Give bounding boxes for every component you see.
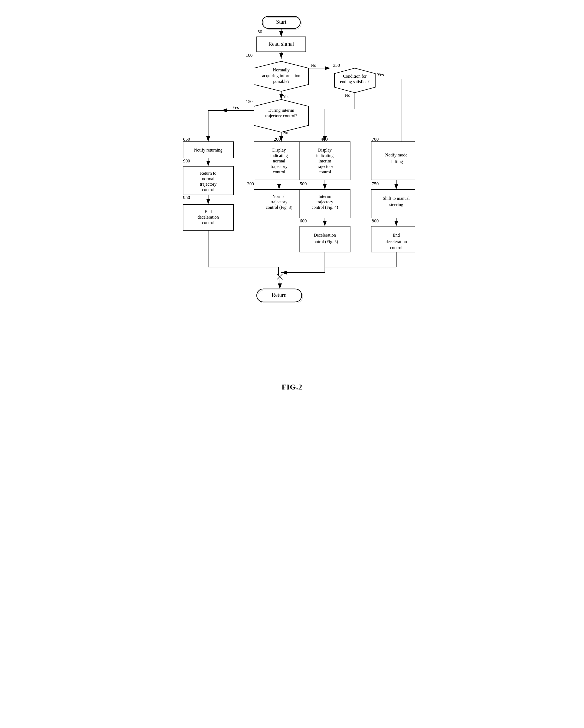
decel-control-label1: Deceleration — [314, 233, 336, 237]
step-800: 800 — [372, 218, 379, 224]
interim-traj-label3: control (Fig. 4) — [312, 205, 338, 210]
display-normal-label2: indicating — [270, 153, 288, 158]
display-normal-label1: Display — [272, 148, 286, 153]
flowchart: Start 50 Read signal 100 Normally acquir… — [169, 5, 415, 377]
no-label-3: No — [345, 93, 350, 98]
display-normal-label3: normal — [273, 159, 285, 163]
decel-control-label2: control (Fig. 5) — [312, 239, 338, 244]
step-700: 700 — [372, 136, 379, 142]
return-normal-label2: normal — [202, 176, 214, 181]
display-interim-label1: Display — [318, 148, 331, 153]
step-300: 300 — [247, 181, 254, 186]
end-decel-950-label1: End — [205, 209, 212, 214]
no-label-1: No — [311, 63, 316, 68]
shift-manual-label1: Shift to manual — [382, 196, 409, 201]
display-interim-label3: interim — [318, 159, 331, 163]
step-750: 750 — [372, 181, 379, 186]
step-350: 350 — [333, 63, 340, 68]
notify-returning-label: Notify returning — [194, 148, 222, 153]
step-500: 500 — [300, 181, 307, 186]
end-decel-800-label1: End — [393, 233, 400, 237]
svg-text:control: control — [390, 245, 402, 250]
page: Start 50 Read signal 100 Normally acquir… — [169, 5, 415, 391]
yes-label-1: Yes — [377, 72, 384, 77]
flowchart-svg: Start 50 Read signal 100 Normally acquir… — [169, 11, 415, 365]
step-200: 200 — [274, 136, 281, 142]
return-label: Return — [271, 292, 286, 298]
normally-acquiring-label: Normally — [273, 68, 289, 73]
no-label-2: No — [283, 130, 288, 135]
shift-manual-label2: steering — [389, 202, 403, 207]
cond-ending-label2: ending satisfied? — [340, 79, 370, 84]
cond-ending-label1: Condition for — [343, 74, 367, 78]
normally-acquiring-label2: acquiring information — [262, 73, 300, 78]
step-900: 900 — [183, 158, 190, 163]
yes-label-3: Yes — [232, 105, 239, 110]
yes-label-2: Yes — [283, 94, 289, 99]
notify-mode-label1: Notify mode — [385, 153, 407, 158]
display-interim-label2: indicating — [316, 153, 334, 158]
normal-traj-label1: Normal — [272, 194, 286, 199]
step-150: 150 — [245, 99, 253, 104]
interim-traj-label2: trajectory — [316, 200, 333, 204]
return-normal-label4: control — [202, 187, 214, 192]
interim-traj-label1: Interim — [318, 194, 331, 199]
figure-label: FIG.2 — [169, 383, 415, 391]
during-interim-label1: During interim — [268, 108, 294, 113]
step-850: 850 — [183, 136, 190, 142]
step-600: 600 — [300, 218, 307, 224]
display-interim-label4: trajectory — [316, 164, 333, 169]
end-decel-800-label2: deceleration — [385, 239, 406, 244]
end-decel-950-label3: control — [202, 220, 214, 225]
display-normal-label5: control — [273, 170, 285, 174]
notify-mode-label2: shifting — [390, 159, 403, 164]
step-50: 50 — [258, 29, 262, 34]
return-normal-label1: Return to — [200, 171, 216, 176]
display-normal-label4: trajectory — [271, 164, 287, 169]
display-interim-label5: control — [319, 170, 331, 174]
read-signal-label: Read signal — [268, 41, 294, 47]
normal-traj-label2: trajectory — [271, 200, 287, 204]
step-950: 950 — [183, 195, 190, 200]
normally-acquiring-label3: possible? — [273, 79, 289, 84]
end-decel-950-label2: deceleration — [197, 215, 218, 219]
return-normal-label3: trajectory — [200, 182, 216, 187]
start-label: Start — [276, 19, 286, 25]
step-100: 100 — [245, 53, 253, 58]
during-interim-label2: trajectory control? — [265, 113, 297, 118]
normal-traj-label3: control (Fig. 3) — [266, 205, 292, 210]
step-400: 400 — [321, 136, 328, 142]
